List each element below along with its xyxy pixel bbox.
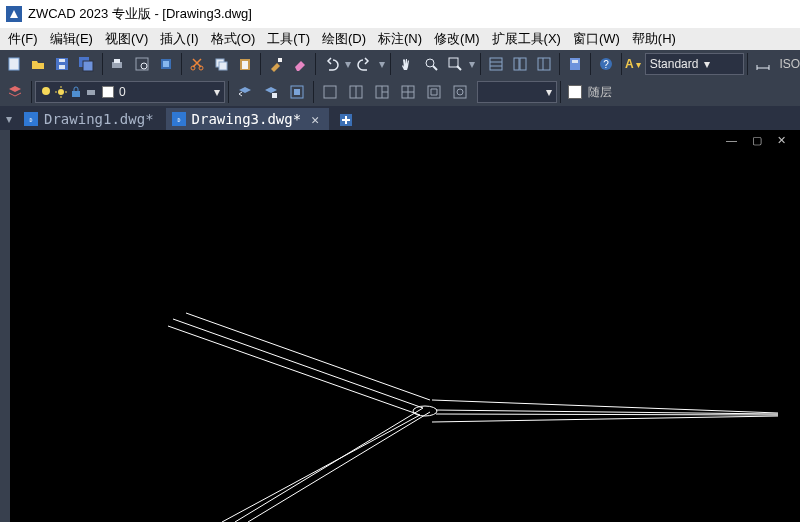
svg-rect-12 [163,61,169,67]
menu-help[interactable]: 帮助(H) [626,28,682,50]
design-center-icon[interactable] [509,52,531,76]
new-tab-button[interactable] [335,110,357,130]
svg-rect-45 [87,90,95,95]
layer-name: 0 [119,85,126,99]
svg-rect-48 [294,89,300,95]
print-icon[interactable] [106,52,128,76]
svg-point-20 [426,59,434,67]
calculator-icon[interactable] [564,52,586,76]
title-bar: ZWCAD 2023 专业版 - [Drawing3.dwg] [0,0,800,28]
lightbulb-icon [40,86,52,98]
new-icon[interactable] [3,52,25,76]
svg-rect-49 [324,86,336,98]
dimstyle-icon[interactable] [752,52,774,76]
svg-point-10 [141,63,147,69]
chevron-down-icon: ▾ [214,85,220,99]
menu-view[interactable]: 视图(V) [99,28,154,50]
print-preview-icon[interactable] [131,52,153,76]
viewport-poly-icon[interactable] [422,80,446,104]
svg-rect-29 [538,58,550,70]
layer-color-swatch [102,86,114,98]
layer-states-icon[interactable] [259,80,283,104]
menu-modify[interactable]: 修改(M) [428,28,486,50]
svg-rect-4 [59,59,65,62]
color-swatch-icon [568,85,582,99]
viewport-scale-combo[interactable]: ▾ [477,81,557,103]
redo-dropdown-icon[interactable]: ▾ [379,57,385,71]
viewport-object-icon[interactable] [448,80,472,104]
viewport-four-icon[interactable] [396,80,420,104]
svg-line-73 [248,412,430,522]
tab-label: Drawing1.dwg* [44,111,154,127]
svg-rect-32 [572,60,578,63]
undo-icon[interactable] [320,52,342,76]
layer-toolbar: 0 ▾ ▾ 随层 [0,78,800,106]
svg-line-77 [436,414,778,415]
svg-point-60 [457,89,463,95]
svg-line-78 [432,416,778,422]
window-title: ZWCAD 2023 专业版 - [Drawing3.dwg] [28,5,252,23]
menu-window[interactable]: 窗口(W) [567,28,626,50]
undo-dropdown-icon[interactable]: ▾ [345,57,351,71]
menu-tools[interactable]: 工具(T) [261,28,316,50]
dwg-file-icon: D [24,112,38,126]
tab-close-icon[interactable]: ✕ [311,112,319,127]
svg-text:D: D [29,117,32,123]
tab-dropdown-icon[interactable]: ▾ [6,112,12,126]
svg-rect-59 [454,86,466,98]
menu-edit[interactable]: 编辑(E) [44,28,99,50]
svg-line-69 [173,319,423,408]
svg-rect-6 [83,61,93,71]
publish-icon[interactable] [155,52,177,76]
svg-rect-31 [570,58,580,70]
eraser-icon[interactable] [289,52,311,76]
tab-drawing3[interactable]: D Drawing3.dwg* ✕ [166,108,329,130]
menu-file[interactable]: 件(F) [2,28,44,50]
menu-format[interactable]: 格式(O) [205,28,262,50]
cut-icon[interactable] [186,52,208,76]
svg-line-72 [235,408,423,522]
open-icon[interactable] [27,52,49,76]
paste-icon[interactable] [234,52,256,76]
menu-draw[interactable]: 绘图(D) [316,28,372,50]
copy-icon[interactable] [210,52,232,76]
viewport-single-icon[interactable] [318,80,342,104]
drawing-canvas[interactable]: — ▢ ✕ [0,130,800,522]
menu-ext[interactable]: 扩展工具(X) [486,28,567,50]
save-icon[interactable] [51,52,73,76]
zoom-dropdown-icon[interactable]: ▾ [469,57,475,71]
pan-icon[interactable] [395,52,417,76]
bylayer-label: 随层 [588,84,612,101]
layer-previous-icon[interactable] [233,80,257,104]
layer-combo[interactable]: 0 ▾ [35,81,225,103]
svg-rect-28 [520,58,526,70]
svg-point-39 [58,89,64,95]
textstyle-combo[interactable]: Standard ▾ [645,53,745,75]
viewport-two-icon[interactable] [344,80,368,104]
menu-dim[interactable]: 标注(N) [372,28,428,50]
svg-rect-19 [278,58,282,62]
tool-palettes-icon[interactable] [533,52,555,76]
properties-icon[interactable] [485,52,507,76]
svg-rect-24 [490,58,502,70]
matchprop-icon[interactable] [265,52,287,76]
layer-print-icon [85,86,97,98]
svg-rect-58 [428,86,440,98]
layer-iso-icon[interactable] [285,80,309,104]
svg-point-38 [42,87,50,95]
menu-insert[interactable]: 插入(I) [154,28,204,50]
help-icon[interactable]: ? [595,52,617,76]
zoom-window-icon[interactable] [444,52,466,76]
lock-icon [70,86,82,98]
redo-icon[interactable] [354,52,376,76]
svg-rect-22 [449,58,458,67]
saveall-icon[interactable] [75,52,97,76]
layer-manager-icon[interactable] [3,80,27,104]
standard-toolbar: ▾ ▾ ▾ ? A ▾ Standard ▾ ISO [0,50,800,78]
zoom-realtime-icon[interactable] [419,52,441,76]
svg-line-70 [186,313,430,400]
textstyle-a-icon: A [625,57,634,71]
drawing-content [0,130,800,522]
viewport-three-icon[interactable] [370,80,394,104]
tab-drawing1[interactable]: D Drawing1.dwg* [18,108,164,130]
